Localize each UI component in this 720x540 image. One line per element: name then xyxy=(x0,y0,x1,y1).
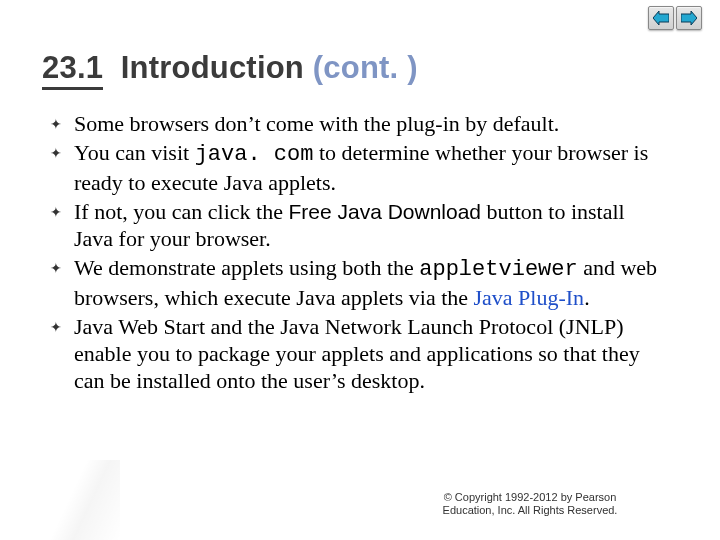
corner-shadow-decoration xyxy=(0,460,120,540)
text-run: Some browsers don’t come with the plug-i… xyxy=(74,111,559,136)
ui-label-run: Free Java Download xyxy=(288,200,481,223)
nav-buttons xyxy=(648,6,702,30)
copyright-footer: © Copyright 1992-2012 by Pearson Educati… xyxy=(380,491,680,519)
title-number: 23.1 xyxy=(42,50,103,85)
text-run: You can visit xyxy=(74,140,195,165)
list-item-text: You can visit java. com to determine whe… xyxy=(74,139,660,196)
list-item: ✦ Java Web Start and the Java Network La… xyxy=(50,313,660,395)
code-run: appletviewer xyxy=(419,257,577,282)
prev-button[interactable] xyxy=(648,6,674,30)
bullet-icon: ✦ xyxy=(50,254,74,311)
next-button[interactable] xyxy=(676,6,702,30)
arrow-right-icon xyxy=(681,11,697,25)
text-run: Java Web Start and the Java Network Laun… xyxy=(74,314,640,394)
bullet-icon: ✦ xyxy=(50,198,74,253)
bullet-icon: ✦ xyxy=(50,139,74,196)
list-item: ✦ If not, you can click the Free Java Do… xyxy=(50,198,660,253)
text-run: We demonstrate applets using both the xyxy=(74,255,419,280)
arrow-left-icon xyxy=(653,11,669,25)
list-item-text: Java Web Start and the Java Network Laun… xyxy=(74,313,660,395)
footer-line: © Copyright 1992-2012 by Pearson xyxy=(444,491,617,503)
bullet-list: ✦ Some browsers don’t come with the plug… xyxy=(50,110,660,397)
list-item: ✦ Some browsers don’t come with the plug… xyxy=(50,110,660,137)
slide-title: 23.1 Introduction (cont. ) xyxy=(42,50,418,90)
bullet-icon: ✦ xyxy=(50,110,74,137)
list-item-text: We demonstrate applets using both the ap… xyxy=(74,254,660,311)
list-item: ✦ You can visit java. com to determine w… xyxy=(50,139,660,196)
code-run: java. com xyxy=(195,142,314,167)
footer-line: Education, Inc. All Rights Reserved. xyxy=(443,504,618,516)
list-item: ✦ We demonstrate applets using both the … xyxy=(50,254,660,311)
text-run: If not, you can click the xyxy=(74,199,288,224)
list-item-text: If not, you can click the Free Java Down… xyxy=(74,198,660,253)
text-run: . xyxy=(584,285,590,310)
bullet-icon: ✦ xyxy=(50,313,74,395)
svg-marker-0 xyxy=(653,11,669,25)
title-heading: Introduction xyxy=(121,50,304,85)
link-run: Java Plug-In xyxy=(474,285,585,310)
slide: 23.1 Introduction (cont. ) ✦ Some browse… xyxy=(0,0,720,540)
list-item-text: Some browsers don’t come with the plug-i… xyxy=(74,110,660,137)
svg-marker-1 xyxy=(681,11,697,25)
title-cont: (cont. ) xyxy=(313,50,418,85)
